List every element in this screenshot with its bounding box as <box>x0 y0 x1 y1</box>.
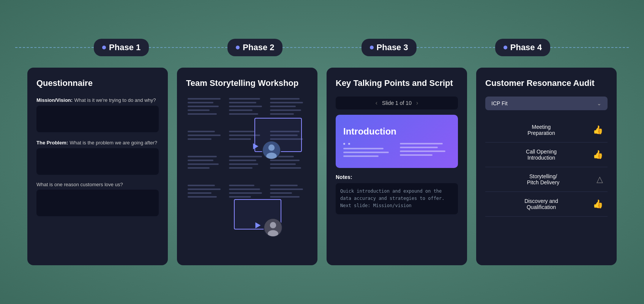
workshop-title: Team Storytelling Workshop <box>186 78 308 88</box>
icp-fit-dropdown[interactable]: ICP Fit ⌄ <box>485 97 608 110</box>
line <box>270 113 294 115</box>
slide-line <box>400 154 432 156</box>
audit-label-call: Call OpeningIntroduction <box>490 149 593 161</box>
timeline-line-1 <box>15 47 94 48</box>
slide-dots <box>343 143 394 145</box>
phase-dot-2 <box>236 46 240 49</box>
phase-badge-3: Phase 3 <box>361 39 417 56</box>
card-questionnaire: Questionnaire Mission/Vision: What is it… <box>27 68 168 265</box>
line <box>188 167 210 169</box>
phase-badge-2: Phase 2 <box>227 39 283 56</box>
customers-love-input[interactable] <box>36 190 159 216</box>
line <box>188 131 215 132</box>
problem-desc: What is the problem we are going after? <box>70 140 158 146</box>
prev-slide-button[interactable]: ‹ <box>376 100 377 106</box>
slide-lines-right <box>400 143 450 156</box>
workshop-content <box>186 97 308 241</box>
line <box>188 98 221 100</box>
line <box>229 192 262 194</box>
mission-vision-bold: Mission/Vision: <box>36 97 73 103</box>
slide-left-content <box>343 143 394 157</box>
line <box>188 135 221 136</box>
mission-vision-label: Mission/Vision: What is it we're trying … <box>36 97 159 103</box>
next-slide-button[interactable]: › <box>416 100 418 106</box>
audit-row-discovery: Discovery andQualification 👍 <box>485 192 608 217</box>
phase-badge-4: Phase 4 <box>495 39 550 56</box>
line <box>270 196 299 198</box>
phase-2-label: Phase 2 <box>243 43 274 52</box>
line <box>229 196 251 198</box>
svg-point-1 <box>268 144 275 151</box>
dot <box>348 143 350 145</box>
line <box>188 185 215 186</box>
line <box>188 156 217 157</box>
card-talking-points: Key Talking Points and Script ‹ Slide 1 … <box>327 68 467 265</box>
slide-line <box>343 148 384 149</box>
col-1 <box>188 97 224 198</box>
line <box>229 138 251 140</box>
mission-vision-input[interactable] <box>36 106 159 132</box>
phase-dot-3 <box>370 46 374 49</box>
line <box>270 167 301 169</box>
customers-love-label: What is one reason customers love us? <box>36 182 159 187</box>
phase-badge-1: Phase 1 <box>94 39 149 56</box>
timeline-line-2 <box>149 47 227 48</box>
line <box>270 185 297 186</box>
dropdown-label: ICP Fit <box>491 100 508 106</box>
slide-title: Introduction <box>343 126 450 137</box>
card-workshop: Team Storytelling Workshop <box>177 68 317 265</box>
line <box>270 163 296 165</box>
line <box>188 106 219 107</box>
phase-3-label: Phase 3 <box>377 43 408 52</box>
svg-point-4 <box>270 222 276 228</box>
audit-row-call: Call OpeningIntroduction 👍 <box>485 142 608 167</box>
cards-row: Questionnaire Mission/Vision: What is it… <box>15 68 629 265</box>
slide-nav: ‹ Slide 1 of 10 › <box>336 97 458 109</box>
line <box>188 192 212 194</box>
line <box>229 113 258 115</box>
slide-preview: Introduction <box>336 115 458 168</box>
thumbs-up-icon-meeting: 👍 <box>593 125 603 135</box>
notes-box: Quick introduction and expound on the da… <box>336 183 458 214</box>
avatar-person-2 <box>264 218 283 237</box>
slide-content-area <box>343 143 450 157</box>
line <box>229 163 258 165</box>
slide-line <box>343 155 379 157</box>
thumbs-up-icon-call: 👍 <box>593 150 603 160</box>
thumbs-up-icon-discovery: 👍 <box>593 199 603 209</box>
line <box>188 163 219 165</box>
slide-line <box>343 152 389 153</box>
audit-label-storytelling: Storytelling/Pitch Delivery <box>490 173 597 185</box>
line <box>229 160 257 161</box>
notes-label: Notes: <box>336 174 458 180</box>
line <box>270 106 296 107</box>
problem-input[interactable] <box>36 148 159 175</box>
audit-label-meeting: MeetingPreparation <box>490 124 593 136</box>
phase-4-label: Phase 4 <box>510 43 542 52</box>
dropdown-chevron-icon: ⌄ <box>597 100 601 106</box>
line <box>188 113 217 115</box>
line <box>270 98 299 100</box>
questionnaire-title: Questionnaire <box>36 78 159 88</box>
line <box>270 192 292 194</box>
mission-vision-desc: What is it we're trying to do and why? <box>74 97 156 103</box>
line <box>270 109 301 111</box>
line <box>270 160 299 161</box>
card-audit: Customer Resonance Audit ICP Fit ⌄ Meeti… <box>476 68 617 265</box>
line <box>270 102 303 103</box>
slide-nav-text: Slide 1 of 10 <box>382 100 412 106</box>
phases-container: Phase 1 Phase 2 Phase 3 Phase 4 Question… <box>15 39 629 265</box>
phase-1-label: Phase 1 <box>109 43 140 52</box>
line <box>188 188 221 190</box>
slide-line <box>400 150 445 152</box>
line <box>229 156 262 157</box>
line <box>229 98 260 100</box>
line <box>229 109 253 111</box>
audit-title: Customer Resonance Audit <box>485 78 608 88</box>
line <box>229 106 262 107</box>
line <box>188 102 213 103</box>
audit-row-meeting: MeetingPreparation 👍 <box>485 118 608 142</box>
line <box>188 160 213 161</box>
line <box>229 102 257 103</box>
line <box>229 131 255 132</box>
